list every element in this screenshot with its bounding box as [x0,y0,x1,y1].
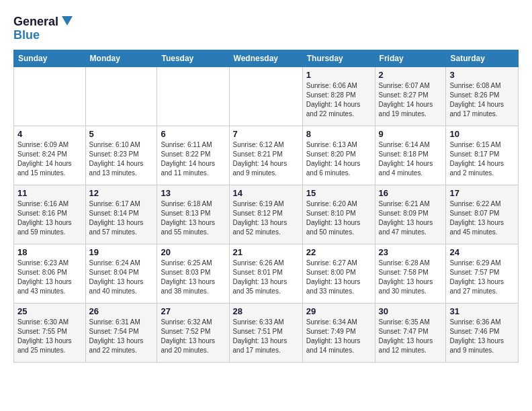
day-number: 1 [306,70,371,80]
calendar-day-cell: 23Sunrise: 6:28 AMSunset: 7:58 PMDayligh… [375,244,446,304]
day-number: 31 [449,306,515,316]
calendar-day-cell: 21Sunrise: 6:26 AMSunset: 8:01 PMDayligh… [229,244,302,304]
day-info: Sunrise: 6:07 AMSunset: 8:27 PMDaylight:… [379,81,443,119]
day-number: 26 [89,306,154,316]
day-info: Sunrise: 6:36 AMSunset: 7:46 PMDaylight:… [449,318,515,355]
calendar-day-cell: 3Sunrise: 6:08 AMSunset: 8:26 PMDaylight… [446,67,519,126]
day-info: Sunrise: 6:27 AMSunset: 8:00 PMDaylight:… [306,259,371,296]
day-number: 16 [379,188,443,198]
calendar-day-cell: 28Sunrise: 6:33 AMSunset: 7:51 PMDayligh… [229,304,302,363]
day-number: 21 [233,247,299,257]
day-info: Sunrise: 6:34 AMSunset: 7:49 PMDaylight:… [306,318,371,355]
calendar-day-cell: 15Sunrise: 6:20 AMSunset: 8:10 PMDayligh… [302,185,375,244]
day-info: Sunrise: 6:11 AMSunset: 8:22 PMDaylight:… [161,140,225,178]
calendar-day-cell: 18Sunrise: 6:23 AMSunset: 8:06 PMDayligh… [14,244,86,304]
day-info: Sunrise: 6:35 AMSunset: 7:47 PMDaylight:… [379,318,443,355]
calendar-day-cell: 1Sunrise: 6:06 AMSunset: 8:28 PMDaylight… [302,67,375,126]
day-number: 24 [449,247,515,257]
calendar-day-cell: 5Sunrise: 6:10 AMSunset: 8:23 PMDaylight… [85,126,157,185]
weekday-header-row: SundayMondayTuesdayWednesdayThursdayFrid… [14,50,519,67]
day-info: Sunrise: 6:13 AMSunset: 8:20 PMDaylight:… [306,140,371,178]
weekday-header-saturday: Saturday [446,50,519,67]
calendar-day-cell: 27Sunrise: 6:32 AMSunset: 7:52 PMDayligh… [157,304,229,363]
calendar-day-cell: 20Sunrise: 6:25 AMSunset: 8:03 PMDayligh… [157,244,229,304]
svg-text:Blue: Blue [13,28,40,42]
calendar-day-cell [157,67,229,126]
logo: General Blue [13,11,74,44]
day-number: 3 [449,70,515,80]
day-number: 7 [233,129,299,139]
day-number: 14 [233,188,299,198]
calendar-day-cell: 6Sunrise: 6:11 AMSunset: 8:22 PMDaylight… [157,126,229,185]
day-number: 19 [89,247,154,257]
calendar-day-cell: 14Sunrise: 6:19 AMSunset: 8:12 PMDayligh… [229,185,302,244]
svg-marker-2 [62,16,73,26]
day-number: 29 [306,306,371,316]
calendar-day-cell: 9Sunrise: 6:14 AMSunset: 8:18 PMDaylight… [375,126,446,185]
calendar-day-cell: 19Sunrise: 6:24 AMSunset: 8:04 PMDayligh… [85,244,157,304]
day-info: Sunrise: 6:26 AMSunset: 8:01 PMDaylight:… [233,259,299,296]
weekday-header-wednesday: Wednesday [229,50,302,67]
day-info: Sunrise: 6:10 AMSunset: 8:23 PMDaylight:… [89,140,154,178]
weekday-header-tuesday: Tuesday [157,50,229,67]
day-info: Sunrise: 6:18 AMSunset: 8:13 PMDaylight:… [161,199,225,237]
day-number: 12 [89,188,154,198]
page-header: General Blue [13,11,519,44]
day-info: Sunrise: 6:16 AMSunset: 8:16 PMDaylight:… [17,199,82,237]
calendar-day-cell [85,67,157,126]
calendar-day-cell: 24Sunrise: 6:29 AMSunset: 7:57 PMDayligh… [446,244,519,304]
day-number: 10 [449,129,515,139]
calendar-day-cell: 7Sunrise: 6:12 AMSunset: 8:21 PMDaylight… [229,126,302,185]
day-info: Sunrise: 6:21 AMSunset: 8:09 PMDaylight:… [379,199,443,237]
day-number: 23 [379,247,443,257]
day-info: Sunrise: 6:28 AMSunset: 7:58 PMDaylight:… [379,259,443,296]
calendar-day-cell [14,67,86,126]
day-number: 4 [17,129,82,139]
weekday-header-thursday: Thursday [302,50,375,67]
day-info: Sunrise: 6:17 AMSunset: 8:14 PMDaylight:… [89,199,154,237]
day-info: Sunrise: 6:12 AMSunset: 8:21 PMDaylight:… [233,140,299,178]
calendar-week-row: 4Sunrise: 6:09 AMSunset: 8:24 PMDaylight… [14,126,519,185]
day-number: 22 [306,247,371,257]
day-info: Sunrise: 6:15 AMSunset: 8:17 PMDaylight:… [449,140,515,178]
day-info: Sunrise: 6:30 AMSunset: 7:55 PMDaylight:… [17,318,82,355]
calendar-day-cell: 17Sunrise: 6:22 AMSunset: 8:07 PMDayligh… [446,185,519,244]
calendar-day-cell: 30Sunrise: 6:35 AMSunset: 7:47 PMDayligh… [375,304,446,363]
day-number: 11 [17,188,82,198]
calendar-day-cell: 25Sunrise: 6:30 AMSunset: 7:55 PMDayligh… [14,304,86,363]
day-info: Sunrise: 6:20 AMSunset: 8:10 PMDaylight:… [306,199,371,237]
day-number: 8 [306,129,371,139]
day-number: 15 [306,188,371,198]
weekday-header-monday: Monday [85,50,157,67]
day-info: Sunrise: 6:14 AMSunset: 8:18 PMDaylight:… [379,140,443,178]
day-info: Sunrise: 6:33 AMSunset: 7:51 PMDaylight:… [233,318,299,355]
day-number: 13 [161,188,225,198]
calendar-day-cell: 22Sunrise: 6:27 AMSunset: 8:00 PMDayligh… [302,244,375,304]
day-number: 6 [161,129,225,139]
day-info: Sunrise: 6:25 AMSunset: 8:03 PMDaylight:… [161,259,225,296]
calendar-day-cell: 29Sunrise: 6:34 AMSunset: 7:49 PMDayligh… [302,304,375,363]
day-number: 30 [379,306,443,316]
day-number: 25 [17,306,82,316]
calendar-week-row: 1Sunrise: 6:06 AMSunset: 8:28 PMDaylight… [14,67,519,126]
day-number: 2 [379,70,443,80]
day-info: Sunrise: 6:24 AMSunset: 8:04 PMDaylight:… [89,259,154,296]
calendar-day-cell [229,67,302,126]
calendar-day-cell: 8Sunrise: 6:13 AMSunset: 8:20 PMDaylight… [302,126,375,185]
calendar-week-row: 25Sunrise: 6:30 AMSunset: 7:55 PMDayligh… [14,304,519,363]
day-info: Sunrise: 6:22 AMSunset: 8:07 PMDaylight:… [449,199,515,237]
day-info: Sunrise: 6:29 AMSunset: 7:57 PMDaylight:… [449,259,515,296]
weekday-header-friday: Friday [375,50,446,67]
calendar-day-cell: 2Sunrise: 6:07 AMSunset: 8:27 PMDaylight… [375,67,446,126]
calendar-day-cell: 11Sunrise: 6:16 AMSunset: 8:16 PMDayligh… [14,185,86,244]
calendar-table: SundayMondayTuesdayWednesdayThursdayFrid… [13,50,519,363]
calendar-week-row: 18Sunrise: 6:23 AMSunset: 8:06 PMDayligh… [14,244,519,304]
calendar-day-cell: 31Sunrise: 6:36 AMSunset: 7:46 PMDayligh… [446,304,519,363]
weekday-header-sunday: Sunday [14,50,86,67]
calendar-day-cell: 26Sunrise: 6:31 AMSunset: 7:54 PMDayligh… [85,304,157,363]
day-info: Sunrise: 6:32 AMSunset: 7:52 PMDaylight:… [161,318,225,355]
day-number: 20 [161,247,225,257]
calendar-day-cell: 16Sunrise: 6:21 AMSunset: 8:09 PMDayligh… [375,185,446,244]
day-number: 17 [449,188,515,198]
day-info: Sunrise: 6:06 AMSunset: 8:28 PMDaylight:… [306,81,371,119]
